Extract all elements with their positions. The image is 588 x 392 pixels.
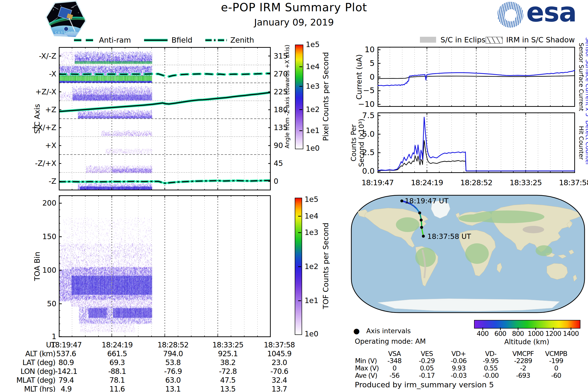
ytick-sc-axis-0: -X/-Z <box>39 52 56 60</box>
pixel-colorbar-tickmark-3 <box>300 109 302 110</box>
ytick-current-4: −10 <box>358 100 374 108</box>
ytick-sc-axis-2: +Z/-X <box>35 88 56 96</box>
altitude-tickmark-3 <box>535 328 536 330</box>
voltage-row-label-0: Min (V) <box>355 358 377 364</box>
altitude-bar-label: Altitude (km) <box>504 338 549 346</box>
voltage-cell-1-5: 0 <box>554 365 558 372</box>
xtick-time-0: 18:19:47 <box>362 178 394 187</box>
ylabel-counts-2: Second (x10³) <box>358 118 365 167</box>
tof-colorbar-label: TOF Counts per Second <box>322 223 330 309</box>
ephemeris-row-label-2: LAT (deg) <box>22 359 55 366</box>
pixel-colorbar <box>295 44 303 149</box>
voltage-cell-0-2: -0.06 <box>451 358 467 364</box>
ephemeris-cell-5-0: 4.9 <box>61 385 72 392</box>
ephemeris-cell-1-0: 537.6 <box>56 350 76 358</box>
altitude-tick-2: 800 <box>512 330 524 337</box>
angle-axis-label: Angle from -Z axis (towards +X axis) <box>284 44 290 148</box>
bfield-legend-sample <box>144 37 168 43</box>
irm-shadow-swatch <box>486 37 503 44</box>
ephemeris-cell-1-1: 661.5 <box>107 350 127 358</box>
current-panel <box>378 47 575 107</box>
ephemeris-cell-0-3: 18:33:25 <box>212 341 244 349</box>
ytick-toa-3: 50 <box>47 300 56 308</box>
track-end-label: 18:37:58 UT <box>427 232 471 240</box>
voltage-row-label-1: Max (V) <box>355 365 379 372</box>
ephemeris-cell-4-3: 47.5 <box>220 376 236 384</box>
operating-mode: Operating mode: AM <box>355 338 426 345</box>
voltage-col-header-3: VD- <box>485 350 496 357</box>
ylabel-counts-1: Counts Per <box>350 124 357 161</box>
ephemeris-cell-0-0: 18:19:47 <box>51 341 82 349</box>
tof-colorbar-tickmark-4 <box>298 300 301 301</box>
xtick-time-4: 18:37:58 <box>559 178 588 187</box>
tof-colorbar-tickmark-2 <box>298 232 301 233</box>
ytick-sc-axis-6: -Z/+X <box>35 160 56 168</box>
ephemeris-cell-4-4: 32.4 <box>272 376 287 384</box>
ytick-sc-axis-1: -X <box>49 70 56 78</box>
ephemeris-cell-3-0: -142.1 <box>55 368 78 375</box>
axis-intervals-marker: ● <box>353 327 360 335</box>
pixel-colorbar-tick-4: 1e1 <box>306 127 320 134</box>
ephemeris-row-label-3: LON (deg) <box>20 368 55 375</box>
right-label-sensor-x5: Sensor Surface Current x 5 <box>584 37 588 116</box>
ephemeris-cell-4-1: 78.1 <box>110 376 125 384</box>
voltage-cell-2-5: -60 <box>551 372 561 379</box>
xtick-time-3: 18:33:25 <box>510 178 542 187</box>
ephemeris-cell-1-4: 1045.9 <box>267 350 292 358</box>
pixel-colorbar-tick-2: 1e3 <box>306 82 320 90</box>
pixel-colorbar-tickmark-2 <box>300 86 302 87</box>
ephemeris-row-label-5: MLT (hrs) <box>24 385 55 392</box>
altitude-tick-5: 1400 <box>563 330 579 337</box>
track-start-label: 18:19:47 UT <box>405 197 448 205</box>
voltage-cell-2-1: -0.17 <box>419 372 435 379</box>
ytick-sc-axis-7: -Z <box>49 178 56 186</box>
ytick-counts-3: 0.0 <box>362 167 374 176</box>
altitude-tick-1: 600 <box>494 330 506 337</box>
right-label-sensor: Sensor Surface Current <box>578 43 584 111</box>
voltage-cell-0-4: -2289 <box>514 358 532 364</box>
esa-logo: e esa <box>495 1 583 28</box>
legend-label-irm-shadow: IRM in S/C Shadow <box>506 36 575 44</box>
ephemeris-cell-5-4: 13.7 <box>272 385 287 392</box>
altitude-tickmark-2 <box>518 328 518 330</box>
ephemeris-cell-3-4: -70.6 <box>270 368 288 375</box>
altitude-colorbar <box>474 320 580 328</box>
ytick-sc-axis-5: +X <box>45 142 56 150</box>
voltage-cell-1-3: 0.55 <box>484 365 498 372</box>
tof-colorbar-tick-3: 1e2 <box>304 263 318 270</box>
legend-label-eclipse: S/C in Eclipse <box>440 36 490 44</box>
ytick-current-0: 10 <box>364 46 374 54</box>
ytick-angle-5: 90 <box>274 142 283 150</box>
ytick-current-1: 5 <box>370 59 374 68</box>
altitude-tick-3: 1000 <box>528 330 544 337</box>
ytick-current-3: −5 <box>363 86 374 95</box>
right-label-hit: Hit Counter <box>578 126 584 160</box>
voltage-col-header-5: VCMPB <box>545 350 567 357</box>
ephemeris-cell-4-0: 79.4 <box>58 376 74 384</box>
ytick-toa-2: 100 <box>42 266 56 274</box>
ephemeris-cell-3-1: -88.1 <box>108 368 126 375</box>
axis-intervals-label: Axis intervals <box>366 328 411 334</box>
voltage-cell-0-1: -0.29 <box>419 358 435 364</box>
altitude-tickmark-4 <box>553 328 554 330</box>
voltage-cell-1-1: 0.05 <box>420 365 434 372</box>
ytick-sc-axis-3: +Z <box>45 106 56 114</box>
tof-colorbar-tick-4: 1e1 <box>304 297 318 304</box>
ephemeris-row-label-1: ALT (km) <box>25 350 55 358</box>
xtick-time-1: 18:24:19 <box>411 178 443 187</box>
legend-label-antiram: Anti-ram <box>99 36 131 44</box>
ytick-toa-4: 1 <box>52 333 56 340</box>
pixel-colorbar-label: Pixel Counts per Second <box>322 52 330 141</box>
voltage-col-header-1: VES <box>421 350 433 357</box>
ephemeris-cell-5-3: 13.5 <box>220 385 236 392</box>
tof-colorbar-tick-2: 1e3 <box>304 228 318 236</box>
altitude-tick-0: 400 <box>477 330 489 337</box>
pixel-colorbar-tickmark-4 <box>300 130 302 131</box>
voltage-col-header-2: VD+ <box>452 350 466 357</box>
altitude-tickmark-0 <box>482 328 483 330</box>
tof-colorbar-tickmark-3 <box>298 266 301 267</box>
voltage-cell-1-4: -2 <box>520 365 526 372</box>
voltage-cell-2-2: -0.03 <box>451 372 467 379</box>
ephemeris-cell-1-2: 794.0 <box>163 350 183 358</box>
altitude-tick-4: 1200 <box>545 330 561 337</box>
